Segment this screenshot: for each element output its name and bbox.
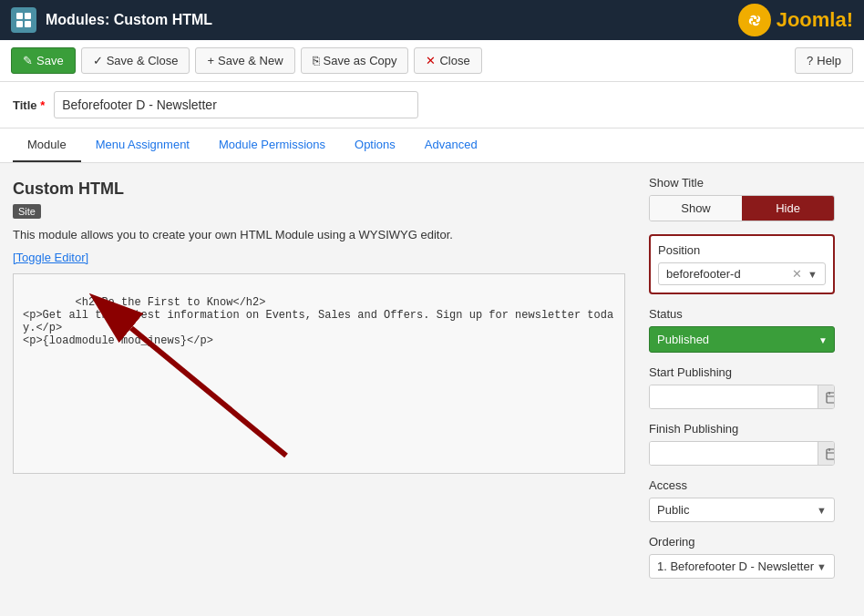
right-panel: Show Title Show Hide Position beforefoot… (638, 163, 846, 616)
site-badge: Site (13, 204, 41, 219)
ordering-chevron-icon: ▼ (817, 561, 827, 572)
joomla-logo: Joomla! (738, 4, 853, 36)
page-title: Modules: Custom HTML (46, 12, 738, 28)
calendar-icon (826, 391, 835, 404)
svg-point-4 (746, 11, 764, 29)
finish-publishing-section: Finish Publishing (649, 422, 835, 466)
tabs-bar: Module Menu Assignment Module Permission… (0, 128, 864, 163)
ordering-section: Ordering 1. Beforefooter D - Newsletter … (649, 535, 835, 579)
x-icon: ✕ (426, 54, 436, 67)
save-icon: ✎ (23, 54, 33, 67)
joomla-text: Joomla! (777, 8, 853, 32)
status-select[interactable]: Published Unpublished Trashed (649, 326, 835, 353)
access-label: Access (649, 478, 835, 492)
svg-rect-1 (25, 13, 31, 19)
toggle-editor-button[interactable]: [Toggle Editor] (13, 251, 88, 264)
help-label: Help (817, 54, 841, 67)
start-publishing-label: Start Publishing (649, 365, 835, 379)
save-new-label: Save & New (218, 54, 283, 67)
finish-publishing-input[interactable] (650, 442, 818, 465)
svg-rect-7 (827, 393, 835, 403)
position-select[interactable]: beforefooter-d ✕ ▼ (658, 262, 826, 285)
save-copy-button[interactable]: ⎘ Save as Copy (301, 47, 409, 74)
save-copy-label: Save as Copy (324, 54, 397, 67)
show-title-section: Show Title Show Hide (649, 176, 835, 221)
position-clear-icon[interactable]: ✕ (792, 267, 802, 281)
toolbar: ✎ Save ✓ Save & Close + Save & New ⎘ Sav… (0, 40, 864, 82)
description-text: This module allows you to create your ow… (13, 228, 625, 241)
tab-module[interactable]: Module (13, 128, 81, 162)
joomla-icon (738, 4, 771, 36)
save-label: Save (36, 54, 64, 67)
access-section: Access Public ▼ (649, 478, 835, 522)
svg-rect-2 (16, 21, 23, 27)
start-publishing-input-wrapper (649, 385, 835, 409)
left-panel: Custom HTML Site This module allows you … (0, 163, 638, 616)
show-title-label: Show Title (649, 176, 835, 190)
section-title: Custom HTML (13, 180, 625, 199)
position-label: Position (658, 243, 826, 257)
title-input[interactable] (54, 91, 418, 118)
status-section: Status Published Unpublished Trashed (649, 307, 835, 353)
ordering-label: Ordering (649, 535, 835, 549)
save-close-button[interactable]: ✓ Save & Close (81, 47, 190, 74)
start-publishing-calendar-button[interactable] (818, 385, 835, 408)
title-label: Title * (13, 98, 45, 112)
main-content: Custom HTML Site This module allows you … (0, 163, 864, 616)
finish-publishing-calendar-button[interactable] (818, 442, 835, 465)
close-button[interactable]: ✕ Close (414, 47, 481, 74)
checkmark-icon: ✓ (93, 54, 103, 67)
svg-rect-11 (827, 449, 835, 459)
show-hide-group: Show Hide (649, 195, 835, 221)
start-publishing-section: Start Publishing (649, 365, 835, 409)
tab-menu-assignment[interactable]: Menu Assignment (81, 128, 204, 162)
finish-publishing-label: Finish Publishing (649, 422, 835, 436)
access-select[interactable]: Public ▼ (649, 498, 835, 522)
hide-button[interactable]: Hide (742, 196, 834, 221)
ordering-select[interactable]: 1. Beforefooter D - Newsletter ▼ (649, 554, 835, 579)
tab-options[interactable]: Options (340, 128, 410, 162)
start-publishing-input[interactable] (650, 385, 818, 408)
position-section: Position beforefooter-d ✕ ▼ (649, 234, 835, 294)
access-chevron-icon: ▼ (817, 505, 827, 516)
status-label: Status (649, 307, 835, 321)
plus-icon: + (207, 54, 214, 67)
save-new-button[interactable]: + Save & New (195, 47, 294, 74)
help-icon: ? (807, 54, 813, 67)
status-wrapper: Published Unpublished Trashed (649, 326, 835, 353)
ordering-value: 1. Beforefooter D - Newsletter (657, 560, 817, 573)
svg-rect-0 (16, 13, 23, 19)
copy-icon: ⎘ (313, 54, 320, 67)
svg-rect-3 (25, 21, 31, 27)
code-content: <h2>Be the First to Know</h2> <p>Get all… (23, 296, 613, 347)
position-chevron-icon: ▼ (807, 269, 818, 280)
calendar-icon-2 (826, 447, 835, 460)
code-editor[interactable]: <h2>Be the First to Know</h2> <p>Get all… (13, 273, 625, 474)
title-row: Title * (0, 82, 864, 128)
help-button[interactable]: ? Help (795, 47, 853, 74)
save-close-label: Save & Close (107, 54, 179, 67)
save-button[interactable]: ✎ Save (11, 47, 76, 74)
editor-area-wrapper: <h2>Be the First to Know</h2> <p>Get all… (13, 273, 625, 474)
finish-publishing-input-wrapper (649, 441, 835, 466)
top-bar: Modules: Custom HTML Joomla! (0, 0, 864, 40)
access-value: Public (657, 503, 817, 517)
tab-module-permissions[interactable]: Module Permissions (204, 128, 340, 162)
app-icon (11, 7, 36, 33)
position-value: beforefooter-d (666, 267, 792, 281)
close-label: Close (439, 54, 469, 67)
tab-advanced[interactable]: Advanced (410, 128, 492, 162)
required-marker: * (40, 98, 45, 112)
show-button[interactable]: Show (650, 196, 742, 221)
